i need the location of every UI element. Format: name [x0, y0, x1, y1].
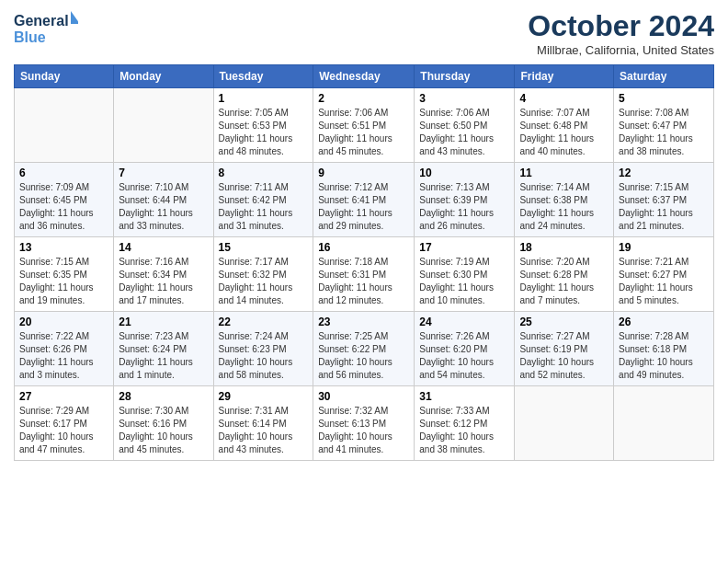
calendar-table: SundayMondayTuesdayWednesdayThursdayFrid… — [14, 64, 714, 461]
day-number: 2 — [318, 92, 409, 105]
calendar-day-cell — [515, 386, 614, 461]
day-info: Sunrise: 7:31 AMSunset: 6:14 PMDaylight:… — [219, 405, 309, 456]
calendar-day-cell: 1Sunrise: 7:05 AMSunset: 6:53 PMDaylight… — [213, 88, 313, 163]
calendar-header-row: SundayMondayTuesdayWednesdayThursdayFrid… — [15, 65, 714, 88]
calendar-day-cell: 3Sunrise: 7:06 AMSunset: 6:50 PMDaylight… — [415, 88, 515, 163]
day-info: Sunrise: 7:25 AMSunset: 6:22 PMDaylight:… — [318, 330, 409, 382]
day-info: Sunrise: 7:11 AMSunset: 6:42 PMDaylight:… — [219, 181, 309, 233]
calendar-day-cell: 9Sunrise: 7:12 AMSunset: 6:41 PMDaylight… — [313, 163, 415, 237]
subtitle: Millbrae, California, United States — [528, 43, 714, 57]
day-number: 17 — [419, 241, 509, 254]
col-header-monday: Monday — [114, 65, 213, 88]
calendar-day-cell: 26Sunrise: 7:28 AMSunset: 6:18 PMDayligh… — [614, 312, 714, 386]
day-info: Sunrise: 7:06 AMSunset: 6:51 PMDaylight:… — [318, 107, 409, 158]
day-info: Sunrise: 7:19 AMSunset: 6:30 PMDaylight:… — [419, 256, 509, 307]
calendar-day-cell: 6Sunrise: 7:09 AMSunset: 6:45 PMDaylight… — [15, 163, 114, 237]
day-number: 19 — [619, 241, 709, 254]
col-header-saturday: Saturday — [614, 65, 714, 88]
col-header-thursday: Thursday — [415, 65, 515, 88]
calendar-day-cell: 18Sunrise: 7:20 AMSunset: 6:28 PMDayligh… — [515, 237, 614, 312]
day-info: Sunrise: 7:07 AMSunset: 6:48 PMDaylight:… — [519, 107, 609, 158]
day-info: Sunrise: 7:12 AMSunset: 6:41 PMDaylight:… — [318, 181, 409, 233]
page: General Blue October 2024 Millbrae, Cali… — [0, 0, 728, 470]
header: General Blue October 2024 Millbrae, Cali… — [14, 9, 714, 57]
day-info: Sunrise: 7:08 AMSunset: 6:47 PMDaylight:… — [619, 107, 709, 158]
day-number: 8 — [219, 167, 309, 179]
calendar-day-cell — [114, 88, 213, 163]
day-number: 26 — [619, 316, 709, 328]
calendar-week-row: 20Sunrise: 7:22 AMSunset: 6:26 PMDayligh… — [15, 312, 714, 386]
day-number: 6 — [19, 167, 108, 179]
logo-svg: General Blue — [14, 9, 78, 48]
day-number: 31 — [419, 390, 509, 403]
day-info: Sunrise: 7:29 AMSunset: 6:17 PMDaylight:… — [19, 405, 108, 456]
day-number: 9 — [318, 167, 409, 179]
day-number: 1 — [219, 92, 309, 105]
col-header-sunday: Sunday — [15, 65, 114, 88]
day-number: 24 — [419, 316, 509, 328]
calendar-day-cell: 27Sunrise: 7:29 AMSunset: 6:17 PMDayligh… — [15, 386, 114, 461]
calendar-day-cell: 16Sunrise: 7:18 AMSunset: 6:31 PMDayligh… — [313, 237, 415, 312]
day-number: 22 — [219, 316, 309, 328]
calendar-day-cell: 14Sunrise: 7:16 AMSunset: 6:34 PMDayligh… — [114, 237, 213, 312]
calendar-week-row: 1Sunrise: 7:05 AMSunset: 6:53 PMDaylight… — [15, 88, 714, 163]
day-info: Sunrise: 7:26 AMSunset: 6:20 PMDaylight:… — [419, 330, 509, 382]
col-header-tuesday: Tuesday — [213, 65, 313, 88]
day-number: 28 — [119, 390, 208, 403]
calendar-day-cell: 5Sunrise: 7:08 AMSunset: 6:47 PMDaylight… — [614, 88, 714, 163]
day-info: Sunrise: 7:21 AMSunset: 6:27 PMDaylight:… — [619, 256, 709, 307]
day-info: Sunrise: 7:18 AMSunset: 6:31 PMDaylight:… — [318, 256, 409, 307]
day-number: 7 — [119, 167, 208, 179]
day-info: Sunrise: 7:23 AMSunset: 6:24 PMDaylight:… — [119, 330, 208, 382]
calendar-day-cell: 29Sunrise: 7:31 AMSunset: 6:14 PMDayligh… — [213, 386, 313, 461]
calendar-day-cell: 4Sunrise: 7:07 AMSunset: 6:48 PMDaylight… — [515, 88, 614, 163]
calendar-day-cell: 17Sunrise: 7:19 AMSunset: 6:30 PMDayligh… — [415, 237, 515, 312]
day-info: Sunrise: 7:30 AMSunset: 6:16 PMDaylight:… — [119, 405, 208, 456]
day-number: 15 — [219, 241, 309, 254]
calendar-day-cell: 10Sunrise: 7:13 AMSunset: 6:39 PMDayligh… — [415, 163, 515, 237]
day-info: Sunrise: 7:15 AMSunset: 6:35 PMDaylight:… — [19, 256, 108, 307]
svg-text:General: General — [14, 13, 69, 29]
day-number: 11 — [519, 167, 609, 179]
day-number: 23 — [318, 316, 409, 328]
svg-marker-2 — [71, 11, 78, 24]
calendar-day-cell — [15, 88, 114, 163]
calendar-day-cell: 13Sunrise: 7:15 AMSunset: 6:35 PMDayligh… — [15, 237, 114, 312]
day-number: 27 — [19, 390, 108, 403]
col-header-wednesday: Wednesday — [313, 65, 415, 88]
col-header-friday: Friday — [515, 65, 614, 88]
calendar-day-cell: 24Sunrise: 7:26 AMSunset: 6:20 PMDayligh… — [415, 312, 515, 386]
month-title: October 2024 — [528, 9, 714, 43]
day-info: Sunrise: 7:20 AMSunset: 6:28 PMDaylight:… — [519, 256, 609, 307]
calendar-week-row: 13Sunrise: 7:15 AMSunset: 6:35 PMDayligh… — [15, 237, 714, 312]
day-info: Sunrise: 7:06 AMSunset: 6:50 PMDaylight:… — [419, 107, 509, 158]
day-number: 25 — [519, 316, 609, 328]
day-number: 29 — [219, 390, 309, 403]
calendar-day-cell: 20Sunrise: 7:22 AMSunset: 6:26 PMDayligh… — [15, 312, 114, 386]
day-info: Sunrise: 7:22 AMSunset: 6:26 PMDaylight:… — [19, 330, 108, 382]
calendar-day-cell: 2Sunrise: 7:06 AMSunset: 6:51 PMDaylight… — [313, 88, 415, 163]
day-info: Sunrise: 7:16 AMSunset: 6:34 PMDaylight:… — [119, 256, 208, 307]
calendar-day-cell: 11Sunrise: 7:14 AMSunset: 6:38 PMDayligh… — [515, 163, 614, 237]
calendar-day-cell: 19Sunrise: 7:21 AMSunset: 6:27 PMDayligh… — [614, 237, 714, 312]
day-number: 18 — [519, 241, 609, 254]
calendar-day-cell: 7Sunrise: 7:10 AMSunset: 6:44 PMDaylight… — [114, 163, 213, 237]
calendar-week-row: 27Sunrise: 7:29 AMSunset: 6:17 PMDayligh… — [15, 386, 714, 461]
day-info: Sunrise: 7:09 AMSunset: 6:45 PMDaylight:… — [19, 181, 108, 233]
day-number: 20 — [19, 316, 108, 328]
day-number: 16 — [318, 241, 409, 254]
calendar-day-cell: 12Sunrise: 7:15 AMSunset: 6:37 PMDayligh… — [614, 163, 714, 237]
calendar-day-cell: 28Sunrise: 7:30 AMSunset: 6:16 PMDayligh… — [114, 386, 213, 461]
svg-text:Blue: Blue — [14, 29, 46, 45]
day-number: 30 — [318, 390, 409, 403]
day-number: 12 — [619, 167, 709, 179]
title-block: October 2024 Millbrae, California, Unite… — [528, 9, 714, 57]
day-info: Sunrise: 7:05 AMSunset: 6:53 PMDaylight:… — [219, 107, 309, 158]
calendar-day-cell: 21Sunrise: 7:23 AMSunset: 6:24 PMDayligh… — [114, 312, 213, 386]
day-info: Sunrise: 7:24 AMSunset: 6:23 PMDaylight:… — [219, 330, 309, 382]
calendar-week-row: 6Sunrise: 7:09 AMSunset: 6:45 PMDaylight… — [15, 163, 714, 237]
day-info: Sunrise: 7:13 AMSunset: 6:39 PMDaylight:… — [419, 181, 509, 233]
day-info: Sunrise: 7:14 AMSunset: 6:38 PMDaylight:… — [519, 181, 609, 233]
day-info: Sunrise: 7:27 AMSunset: 6:19 PMDaylight:… — [519, 330, 609, 382]
calendar-day-cell: 25Sunrise: 7:27 AMSunset: 6:19 PMDayligh… — [515, 312, 614, 386]
